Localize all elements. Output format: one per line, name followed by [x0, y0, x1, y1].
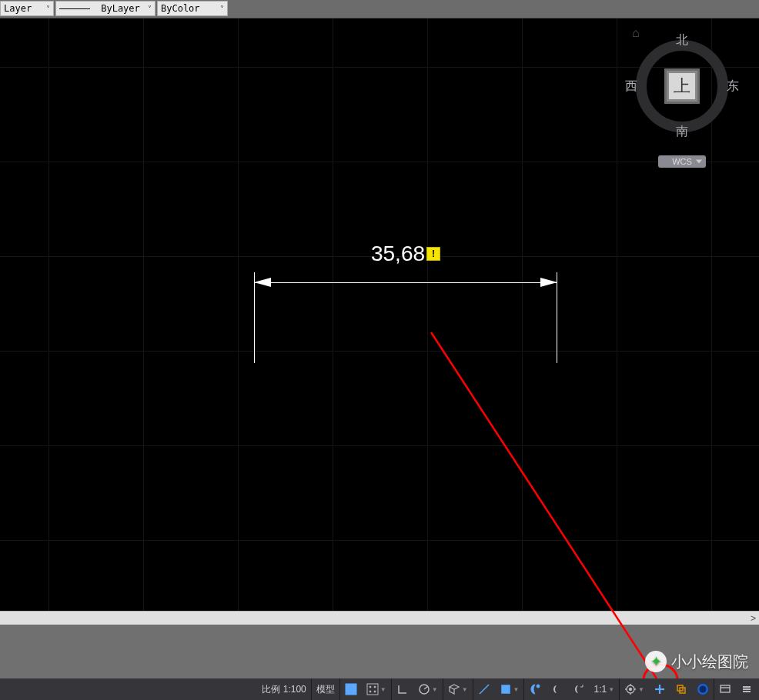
osnap-toggle[interactable]: ▼ — [495, 678, 524, 700]
svg-point-28 — [700, 686, 707, 693]
linetype-dropdown[interactable]: ByLayer ˅ — [55, 1, 155, 16]
wcs-dropdown[interactable]: WCS — [658, 155, 706, 168]
color-dropdown[interactable]: ByColor ˅ — [157, 1, 228, 16]
compass-east[interactable]: 东 — [727, 78, 739, 95]
clean-screen[interactable] — [714, 678, 736, 700]
svg-line-13 — [424, 686, 428, 689]
linetype-dropdown-label: ByLayer — [101, 3, 140, 14]
drawing-canvas[interactable]: 35,68 ! ⌂ 上 北 南 西 东 WCS — [0, 18, 759, 611]
svg-line-14 — [480, 685, 489, 694]
selection-cycling[interactable] — [670, 678, 692, 700]
svg-point-18 — [630, 688, 632, 691]
grid-toggle[interactable] — [340, 678, 362, 700]
chevron-down-icon: ▼ — [432, 686, 438, 693]
isodraft-toggle[interactable]: ▼ — [443, 678, 473, 700]
svg-point-16 — [537, 685, 540, 688]
dimension-value: 35,68 — [371, 242, 425, 266]
chevron-down-icon: ˅ — [220, 5, 224, 13]
model-label: 模型 — [316, 683, 335, 696]
annotation-autoscale[interactable] — [567, 678, 589, 700]
layout-gap — [0, 625, 759, 678]
dimension-entity[interactable]: 35,68 ! — [254, 265, 557, 365]
workspace-switch[interactable]: ▼ — [620, 678, 649, 700]
scale-label: 比例 1:100 — [262, 683, 306, 696]
compass-north[interactable]: 北 — [676, 32, 688, 48]
polar-toggle[interactable]: ▼ — [413, 678, 443, 700]
dimension-line — [254, 282, 557, 283]
compass-west[interactable]: 西 — [625, 78, 637, 95]
dimension-text: 35,68 ! — [371, 242, 440, 266]
snap-toggle[interactable]: ▼ — [362, 678, 391, 700]
arrow-left-icon — [254, 278, 271, 287]
compass-ring[interactable]: 上 北 南 西 东 — [636, 40, 728, 132]
chevron-down-icon: ▼ — [462, 686, 468, 693]
status-bar: 比例 1:100 模型 ▼ ▼ ▼ ▼ 1:1 ▼ — [0, 678, 759, 700]
annotation-scale-icon[interactable] — [524, 678, 546, 700]
svg-rect-33 — [743, 691, 751, 692]
wcs-label: WCS — [672, 157, 692, 166]
svg-point-11 — [374, 691, 376, 692]
customize-statusbar[interactable] — [736, 678, 757, 700]
color-dropdown-label: ByColor — [161, 3, 200, 14]
svg-rect-32 — [743, 688, 751, 690]
horizontal-scrollbar[interactable]: > — [0, 611, 759, 625]
chevron-down-icon: ▼ — [608, 686, 614, 693]
extension-line-right — [557, 272, 557, 363]
chevron-down-icon: ▼ — [638, 686, 644, 693]
otrack-toggle[interactable] — [473, 678, 495, 700]
svg-rect-15 — [502, 685, 510, 693]
viewcube-top-face[interactable]: 上 — [664, 68, 700, 104]
dynamic-input-toggle[interactable] — [649, 678, 670, 700]
svg-point-9 — [374, 686, 376, 688]
layer-dropdown-label: Layer — [4, 3, 32, 14]
annotation-warning-icon: ! — [426, 247, 440, 261]
home-icon[interactable]: ⌂ — [632, 26, 640, 40]
svg-rect-7 — [367, 684, 378, 695]
annotation-visibility[interactable] — [546, 678, 567, 700]
extension-line-left — [254, 272, 255, 363]
svg-rect-29 — [721, 685, 730, 692]
svg-rect-31 — [743, 686, 751, 688]
scroll-right-icon[interactable]: > — [751, 613, 756, 624]
svg-rect-2 — [346, 684, 356, 695]
compass-south[interactable]: 南 — [676, 124, 688, 140]
svg-point-8 — [369, 686, 371, 688]
layer-dropdown[interactable]: Layer ˅ — [0, 1, 54, 16]
model-paper-toggle[interactable]: 模型 — [312, 678, 339, 700]
chevron-down-icon: ˅ — [148, 5, 152, 13]
view-cube[interactable]: ⌂ 上 北 南 西 东 WCS — [628, 26, 736, 168]
hardware-accel[interactable] — [692, 678, 714, 700]
viewcube-top-label: 上 — [674, 75, 690, 98]
chevron-down-icon: ▼ — [513, 686, 520, 693]
properties-toolbar: Layer ˅ ByLayer ˅ ByColor ˅ — [0, 0, 759, 18]
ortho-toggle[interactable] — [392, 678, 413, 700]
chevron-down-icon: ▼ — [380, 686, 386, 693]
scale-display[interactable]: 比例 1:100 — [257, 678, 310, 700]
arrow-right-icon — [540, 278, 557, 287]
annotation-scale-value[interactable]: 1:1 ▼ — [589, 678, 619, 700]
chevron-down-icon: ˅ — [46, 5, 50, 13]
ratio-label: 1:1 — [593, 684, 607, 695]
svg-point-10 — [369, 691, 371, 692]
